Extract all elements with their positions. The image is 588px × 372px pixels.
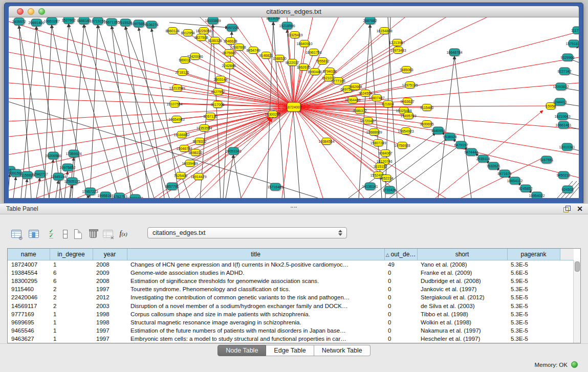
graph-node[interactable]: 18300295 [268, 111, 278, 118]
graph-node[interactable]: 16154808 [380, 27, 389, 34]
graph-node[interactable]: 6466160 [79, 17, 90, 25]
table-row[interactable]: 1938455462009Genome-wide association stu… [8, 269, 574, 277]
graph-node[interactable]: 1621072 [324, 74, 334, 81]
graph-node[interactable]: 621604 [383, 100, 393, 107]
graph-node[interactable]: 19218596 [282, 22, 293, 30]
graph-node[interactable]: 10954022 [532, 192, 542, 199]
graph-node[interactable]: 6479197 [456, 141, 467, 149]
graph-node[interactable]: 9106274 [146, 21, 157, 29]
graph-node[interactable]: 17957223 [85, 188, 96, 195]
panel-resize-grip[interactable] [291, 204, 297, 208]
edit-rows-icon[interactable]: ✓✓ [44, 227, 58, 241]
graph-node[interactable]: 10807487 [372, 94, 382, 101]
graph-node[interactable]: 9777169 [334, 77, 343, 84]
table-row[interactable]: 911546021997Tourette syndrome. Phenomeno… [8, 285, 574, 293]
graph-node[interactable]: 15751874 [569, 40, 579, 48]
graph-node[interactable]: 12505135 [67, 178, 78, 185]
column-header-title[interactable]: title [127, 249, 384, 260]
graph-node[interactable]: 15046788 [180, 145, 189, 152]
graph-node[interactable]: 11545194 [53, 173, 64, 181]
graph-node[interactable]: 9822037 [288, 59, 297, 66]
graph-node[interactable]: 12213967 [393, 39, 402, 46]
table-row[interactable]: 946554611997Estimation of the future num… [8, 326, 574, 335]
graph-node[interactable]: 12010341 [562, 143, 573, 151]
graph-node[interactable]: 19495769 [404, 112, 413, 119]
graph-node[interactable]: 18226058 [199, 27, 209, 34]
graph-node[interactable]: 15716485 [270, 183, 281, 191]
graph-node[interactable]: 14136141 [365, 183, 376, 190]
merge-rows-icon[interactable] [58, 227, 72, 241]
graph-node[interactable]: 9245852 [520, 185, 531, 192]
network-window-titlebar[interactable]: citations_edges.txt [9, 6, 579, 17]
column-header-in_degree[interactable]: in_degree [50, 249, 93, 260]
graph-node[interactable]: 1244413 [555, 98, 565, 106]
graph-node[interactable]: 1527602 [63, 17, 74, 24]
graph-node[interactable]: 7632621 [488, 162, 499, 170]
graph-node[interactable]: 9329966 [562, 54, 573, 61]
graph-node[interactable]: 10719155 [93, 17, 103, 25]
memory-status-indicator[interactable] [571, 361, 578, 368]
graph-node[interactable]: 10975852 [62, 164, 73, 171]
graph-node[interactable]: 8186328 [210, 37, 220, 44]
graph-node[interactable]: 11156829 [22, 171, 33, 179]
network-canvas[interactable]: 1872400788601248912954182260589827508818… [9, 17, 579, 198]
graph-node[interactable]: 16033809 [208, 17, 219, 25]
graph-node[interactable]: 19756928 [398, 142, 407, 149]
graph-node[interactable]: 20691406 [31, 19, 42, 27]
function-builder-icon[interactable]: f(x) [116, 227, 130, 241]
graph-node[interactable]: 17359924 [69, 150, 79, 158]
graph-node[interactable]: 20364436 [348, 96, 358, 103]
select-column-icon[interactable] [27, 227, 41, 241]
graph-node[interactable]: 2803144 [216, 76, 226, 83]
graph-node[interactable]: 16914479 [194, 173, 204, 180]
graph-node[interactable]: 9227342 [559, 68, 570, 75]
graph-node[interactable]: 12093832 [556, 83, 567, 91]
graph-node[interactable]: 8990448 [310, 68, 320, 75]
graph-node[interactable]: 9417006 [213, 101, 223, 108]
graph-node[interactable]: 19166852 [177, 131, 187, 138]
graph-node[interactable]: 8498222 [191, 149, 201, 156]
graph-node[interactable]: 7462664 [351, 83, 360, 90]
graph-node[interactable]: 9391599 [11, 169, 21, 177]
graph-node[interactable]: 8878332 [195, 138, 205, 145]
graph-node[interactable]: 7386372 [355, 107, 365, 114]
graph-node[interactable]: 8860124 [168, 27, 178, 34]
graph-node[interactable]: 2718126 [178, 69, 187, 76]
table-row[interactable]: 2242004622012Investigating the contribut… [8, 293, 574, 301]
float-panel-icon[interactable] [563, 206, 571, 212]
graph-node[interactable]: 18724007 [287, 102, 301, 112]
delete-table-icon[interactable] [86, 227, 100, 241]
graph-node[interactable]: 8427552 [213, 88, 223, 95]
graph-node[interactable]: 924502 [562, 186, 573, 193]
graph-node[interactable]: 10661461 [558, 121, 569, 129]
graph-node[interactable]: 1615152 [376, 163, 385, 170]
graph-node[interactable]: 8912954 [183, 29, 193, 36]
graph-node[interactable]: 19384554 [322, 138, 332, 145]
graph-node[interactable]: 1167551 [541, 156, 552, 164]
graph-node[interactable]: 8267130 [206, 113, 215, 120]
graph-node[interactable]: 9463627 [403, 98, 412, 105]
graph-node[interactable]: 20206586 [48, 152, 59, 160]
graph-node[interactable]: 18640910 [300, 40, 310, 47]
graph-node[interactable]: 10654943 [172, 116, 182, 123]
table-row[interactable]: 969969511998Structural magnetic resonanc… [8, 318, 574, 326]
tab-network-table[interactable]: Network Table [314, 345, 371, 356]
graph-node[interactable]: 9857791 [167, 183, 178, 190]
table-row[interactable]: 1456911722003Disruption of a novel membe… [8, 301, 574, 310]
graph-node[interactable]: 7625402 [176, 172, 186, 179]
graph-node[interactable]: 7485063 [402, 66, 411, 73]
graph-node[interactable]: 3624554 [361, 90, 371, 97]
column-header-out_de[interactable]: △out_de… [384, 249, 417, 260]
graph-node[interactable]: 12942737 [35, 170, 46, 178]
graph-node[interactable]: 16961758 [309, 49, 319, 56]
graph-node[interactable]: 10654112 [510, 177, 520, 185]
graph-node[interactable]: 7957224 [227, 24, 237, 32]
table-row[interactable]: 946362711997Embryonic stem cells: a mode… [8, 335, 574, 343]
table-row[interactable]: 1830029562008Estimation of significance … [8, 277, 574, 285]
close-panel-icon[interactable]: ✕ [577, 205, 583, 213]
graph-node[interactable]: 19654923 [401, 127, 411, 135]
graph-node[interactable]: 10653287 [47, 17, 57, 25]
graph-node[interactable]: 10973493 [394, 47, 403, 54]
graph-node[interactable]: 10107554 [170, 100, 180, 107]
graph-node[interactable]: 8471676 [499, 170, 510, 178]
